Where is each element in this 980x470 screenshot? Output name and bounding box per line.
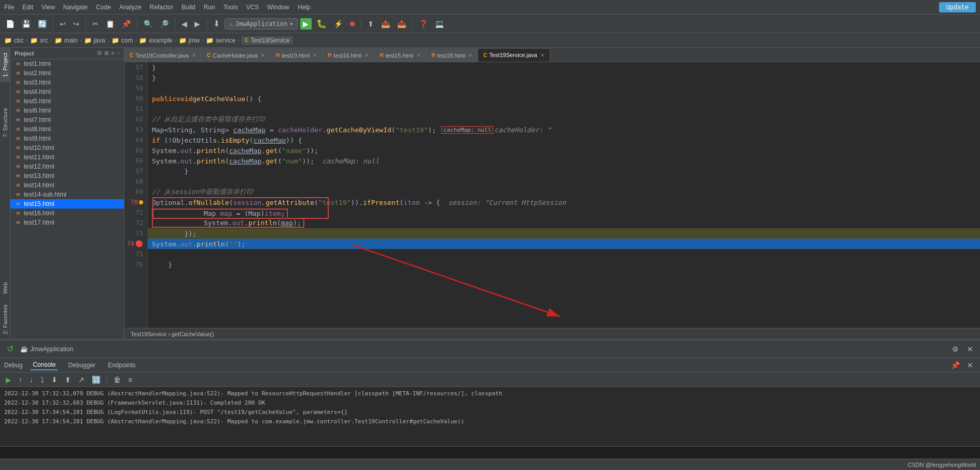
breadcrumb-main[interactable]: 📁 main bbox=[54, 37, 78, 44]
breadcrumb-service[interactable]: 📁 service bbox=[206, 37, 235, 44]
update-button[interactable]: Update bbox=[939, 2, 976, 12]
menu-item-window[interactable]: Window bbox=[267, 4, 289, 11]
console-tab[interactable]: Console bbox=[31, 360, 58, 370]
editor-tab[interactable]: Htest19.html✕ bbox=[271, 48, 323, 62]
forward-button[interactable]: ▶ bbox=[192, 18, 203, 30]
file-item[interactable]: Htest14.html bbox=[10, 181, 124, 190]
menu-item-run[interactable]: Run bbox=[204, 4, 215, 11]
console-input[interactable] bbox=[0, 446, 980, 459]
editor-tab[interactable]: Htest18.html✕ bbox=[426, 48, 478, 62]
settings-icon[interactable]: ⊞ bbox=[104, 50, 109, 57]
sync-button[interactable]: 🔄 bbox=[35, 18, 49, 30]
code-content[interactable]: } } public void getCacheValue() { // 从自定… bbox=[148, 62, 980, 328]
breadcrumb-example[interactable]: 📁 example bbox=[139, 37, 172, 44]
file-item[interactable]: Htest4.html bbox=[10, 87, 124, 96]
file-item[interactable]: Htest5.html bbox=[10, 96, 124, 106]
tab-close-button[interactable]: ✕ bbox=[416, 52, 421, 58]
structure-tab[interactable]: 7: Structure bbox=[0, 103, 10, 143]
stop-button[interactable]: ■ bbox=[347, 18, 358, 30]
scroll-up-button[interactable]: ↑ bbox=[16, 374, 25, 385]
debug-close-button[interactable]: ✕ bbox=[964, 343, 976, 355]
scroll-down-button[interactable]: ↓ bbox=[27, 374, 36, 385]
web-tab[interactable]: Web bbox=[0, 277, 10, 299]
breadcrumb-test19service[interactable]: C Test19Service bbox=[242, 36, 293, 45]
file-item[interactable]: Htest6.html bbox=[10, 106, 124, 115]
menu-item-build[interactable]: Build bbox=[181, 4, 195, 11]
file-item[interactable]: Htest16.html bbox=[10, 209, 124, 218]
breadcrumb-jmw[interactable]: 📁 jmw bbox=[179, 37, 200, 44]
menu-item-vcs[interactable]: VCS bbox=[246, 4, 259, 11]
menu-item-tools[interactable]: Tools bbox=[223, 4, 238, 11]
tab-close-button[interactable]: ✕ bbox=[261, 52, 265, 58]
copy-button[interactable]: 📋 bbox=[103, 18, 117, 30]
close-debug-panel-button[interactable]: ✕ bbox=[964, 360, 976, 371]
filter-icon[interactable]: ≡ bbox=[111, 50, 114, 57]
tab-close-button[interactable]: ✕ bbox=[540, 52, 544, 58]
file-item[interactable]: Htest3.html bbox=[10, 78, 124, 87]
pin-button[interactable]: 📌 bbox=[948, 360, 962, 371]
menu-item-refactor[interactable]: Refactor bbox=[150, 4, 173, 11]
endpoints-tab[interactable]: Endpoints bbox=[106, 361, 137, 370]
menu-item-analyze[interactable]: Analyze bbox=[119, 4, 142, 11]
favorites-tab[interactable]: 2: Favorites bbox=[0, 299, 10, 339]
menu-item-navigate[interactable]: Navigate bbox=[63, 4, 88, 11]
new-file-button[interactable]: 📄 bbox=[3, 18, 17, 30]
file-item[interactable]: Htest10.html bbox=[10, 143, 124, 153]
resume-button[interactable]: ▶ bbox=[3, 374, 14, 385]
debugger-tab[interactable]: Debugger bbox=[66, 361, 97, 370]
file-item[interactable]: Htest8.html bbox=[10, 125, 124, 134]
paste-button[interactable]: 📌 bbox=[119, 18, 133, 30]
breadcrumb-java[interactable]: 📁 java bbox=[84, 37, 105, 44]
replace-button[interactable]: 🔎 bbox=[157, 18, 171, 30]
debug-settings-button[interactable]: ⚙ bbox=[949, 343, 961, 355]
search-button[interactable]: 🔍 bbox=[141, 18, 155, 30]
tab-close-button[interactable]: ✕ bbox=[365, 52, 369, 58]
file-item[interactable]: Htest14-sub.html bbox=[10, 190, 124, 199]
menu-item-view[interactable]: View bbox=[41, 4, 55, 11]
breadcrumb-src[interactable]: 📁 src bbox=[30, 37, 48, 44]
vcs-push-button[interactable]: 📤 bbox=[379, 18, 393, 30]
cut-button[interactable]: ✂ bbox=[90, 18, 101, 30]
evaluate-button[interactable]: 🔢 bbox=[89, 374, 103, 385]
terminal-button[interactable]: 💻 bbox=[432, 18, 446, 30]
breadcrumb-com[interactable]: 📁 com bbox=[111, 37, 133, 44]
file-item[interactable]: Htest7.html bbox=[10, 115, 124, 125]
collapse-icon[interactable]: − bbox=[117, 50, 120, 57]
gear-icon[interactable]: ⚙ bbox=[97, 50, 102, 57]
run-button[interactable]: ▶ bbox=[300, 18, 312, 30]
save-button[interactable]: 💾 bbox=[19, 18, 33, 30]
menu-item-code[interactable]: Code bbox=[96, 4, 111, 11]
vcs-update-button[interactable]: ⬆ bbox=[365, 18, 376, 30]
editor-tab[interactable]: Htest16.html✕ bbox=[323, 48, 374, 62]
editor-tab[interactable]: CTest19Service.java✕ bbox=[478, 48, 550, 62]
run-to-cursor-button[interactable]: ↗ bbox=[76, 374, 87, 385]
run-down-button[interactable]: ⬇ bbox=[211, 17, 222, 30]
help-button[interactable]: ❓ bbox=[416, 18, 430, 30]
tab-close-button[interactable]: ✕ bbox=[468, 52, 472, 58]
clear-console-button[interactable]: 🗑 bbox=[111, 374, 123, 385]
menu-item-edit[interactable]: Edit bbox=[22, 4, 33, 11]
editor-tab[interactable]: Htest15.html✕ bbox=[374, 48, 426, 62]
file-item[interactable]: Htest2.html bbox=[10, 68, 124, 78]
file-item[interactable]: Htest12.html bbox=[10, 162, 124, 171]
file-item[interactable]: Htest13.html bbox=[10, 171, 124, 181]
step-over-button[interactable]: ⤵ bbox=[38, 374, 47, 385]
editor-tab[interactable]: CTest19Controller.java✕ bbox=[124, 48, 202, 62]
restart-debug-button[interactable]: ↺ bbox=[4, 342, 16, 355]
step-out-button[interactable]: ⬆ bbox=[62, 374, 74, 385]
run-config-selector[interactable]: ☕ JmwApplication ▾ bbox=[225, 18, 298, 30]
filter-console-button[interactable]: ≡ bbox=[125, 374, 135, 385]
project-tab[interactable]: 1: Project bbox=[0, 48, 10, 82]
menu-item-file[interactable]: File bbox=[4, 4, 14, 11]
file-item[interactable]: Htest1.html bbox=[10, 59, 124, 68]
file-item[interactable]: Htest9.html bbox=[10, 134, 124, 143]
code-editor[interactable]: 575859606162636465666768697071727374🔴757… bbox=[124, 62, 980, 328]
breadcrumb-cbc[interactable]: 📁 cbc bbox=[4, 37, 24, 44]
vcs-pull-button[interactable]: 📥 bbox=[395, 18, 409, 30]
menu-item-help[interactable]: Help bbox=[298, 4, 311, 11]
redo-button[interactable]: ↪ bbox=[71, 18, 82, 30]
step-into-button[interactable]: ⬇ bbox=[49, 374, 60, 385]
debug-button[interactable]: 🐛 bbox=[314, 17, 329, 30]
coverage-button[interactable]: ⚡ bbox=[331, 18, 345, 30]
undo-button[interactable]: ↩ bbox=[57, 18, 68, 30]
